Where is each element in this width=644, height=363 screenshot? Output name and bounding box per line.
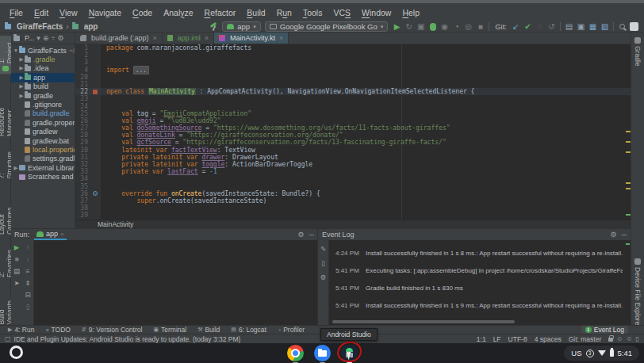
commit-icon[interactable]: ✔ — [523, 21, 533, 32]
log-settings-icon[interactable]: ⚙ — [320, 273, 327, 281]
files-app-icon[interactable] — [314, 345, 331, 361]
code-line[interactable]: 34 — [75, 175, 631, 182]
history-icon[interactable]: ◌ — [535, 21, 545, 32]
tree-chevron-icon[interactable]: ▶ — [18, 83, 25, 90]
minimize-icon[interactable]: ─ — [309, 231, 314, 239]
override-gutter-icon[interactable]: ↑ — [93, 191, 98, 196]
error-gutter-icon[interactable] — [93, 90, 98, 94]
menu-view[interactable]: View — [54, 6, 83, 19]
tree-item-settings-gradle[interactable]: settings.gradle — [11, 155, 75, 163]
menu-help[interactable]: Help — [397, 6, 425, 19]
rollback-icon[interactable]: ↺ — [546, 21, 557, 32]
tab-build-gradle-app-[interactable]: build.gradle (:app)× — [75, 32, 163, 44]
code-line[interactable]: 36↑ override fun onCreate(savedInstanceS… — [75, 190, 631, 197]
run-configuration-dropdown[interactable]: app ▾ — [222, 21, 260, 32]
tab-mainactivity-kt[interactable]: MainActivity.kt× — [214, 32, 289, 44]
menu-build[interactable]: Build — [241, 6, 270, 19]
update-project-icon[interactable]: ↙ — [511, 21, 521, 32]
rerun-icon[interactable]: ▶ — [14, 243, 20, 251]
code-line[interactable]: 35 — [75, 183, 631, 190]
gear-icon[interactable]: ⚙ — [611, 231, 617, 239]
run-tab-app[interactable]: app × — [34, 229, 67, 240]
gear-icon[interactable]: ⚙ — [57, 34, 63, 42]
apply-code-changes-icon[interactable]: ◉ — [439, 21, 450, 32]
up-stack-trace-icon[interactable]: ↑ — [26, 243, 29, 251]
code-line[interactable]: 21 — [75, 81, 631, 88]
code-line[interactable]: 23 — [75, 95, 631, 102]
code-line[interactable]: 24 — [75, 103, 631, 110]
menu-run[interactable]: Run — [271, 6, 297, 19]
code-line[interactable]: 31 private lateinit var drawer: DrawerLa… — [75, 154, 631, 161]
soft-wrap-icon[interactable]: ≡ — [26, 267, 30, 275]
window-icon[interactable]: ▢ — [5, 335, 11, 342]
code-line[interactable]: 37 super.onCreate(savedInstanceState) — [75, 197, 631, 204]
tree-item--gradle[interactable]: ▶.gradle — [11, 55, 75, 63]
tree-item-scratches-and-consoles[interactable]: Scratches and Consoles — [11, 172, 75, 181]
toolwindow-button-4-run[interactable]: ▶4: Run — [3, 326, 39, 334]
horizontal-scrollbar[interactable] — [332, 320, 515, 323]
lock-icon[interactable] — [608, 338, 613, 342]
indent-config[interactable]: 4 spaces — [535, 335, 562, 343]
tree-chevron-icon[interactable]: ▶ — [18, 56, 25, 63]
pin-tab-icon[interactable]: ➤ — [13, 279, 19, 287]
chevron-down-icon[interactable]: ▾ — [36, 34, 40, 42]
menu-vcs[interactable]: VCS — [328, 6, 356, 19]
menu-navigate[interactable]: Navigate — [83, 6, 127, 19]
wrap-log-icon[interactable]: ✎ — [320, 245, 326, 253]
toolwindow-button-todo[interactable]: ≡TODO — [40, 326, 75, 334]
toolwindow-button-build[interactable]: ⚒Build — [193, 326, 224, 334]
menu-code[interactable]: Code — [127, 6, 158, 19]
toolwindow-button-9-version-control[interactable]: ⇵9: Version Control — [77, 326, 147, 334]
stop-release-icon[interactable]: ▣ — [416, 21, 426, 32]
build-hammer-icon[interactable] — [209, 22, 218, 31]
restore-layout-icon[interactable]: ▤ — [13, 267, 20, 275]
code-area[interactable]: 1package com.naranjaconsal.giraffefacts2… — [75, 44, 631, 220]
print-icon[interactable]: ⊟ — [25, 291, 30, 299]
menu-tools[interactable]: Tools — [297, 6, 328, 19]
code-line[interactable]: 20 — [75, 74, 631, 81]
close-icon[interactable]: × — [60, 231, 64, 238]
clear-log-icon[interactable]: ▯ — [321, 259, 325, 267]
tree-item-external-libraries[interactable]: ▶External Libraries — [11, 163, 75, 172]
tree-chevron-icon[interactable]: ▼ — [13, 48, 19, 53]
breadcrumb-project[interactable]: GiraffeFacts — [17, 22, 63, 31]
git-branch[interactable]: Git: master — [569, 335, 602, 343]
code-line[interactable]: 29 val gcfSource = "https://giraffeconse… — [75, 139, 631, 146]
scroll-to-end-icon[interactable]: ⇟ — [25, 279, 30, 287]
tab-app-iml[interactable]: app.iml× — [163, 32, 214, 44]
close-icon[interactable]: × — [205, 34, 209, 42]
system-tray[interactable]: US 3 5:41 — [564, 346, 639, 361]
editor-breadcrumb[interactable]: MainActivity — [75, 220, 631, 228]
toolwindow-button-terminal[interactable]: ▣Terminal — [148, 326, 191, 334]
debug-icon[interactable] — [427, 21, 438, 32]
code-line[interactable]: 33 private var lastFact = -1 — [75, 168, 631, 175]
chrome-icon[interactable] — [287, 345, 304, 361]
tree-item-build-gradle[interactable]: build.gradle — [11, 109, 75, 118]
tree-item-local-properties[interactable]: local.properties — [11, 145, 75, 154]
tree-item-gradle-properties[interactable]: gradle.properties — [11, 118, 75, 127]
code-line[interactable]: 28 val donateLink = "https://giraffecons… — [75, 132, 631, 139]
run-icon[interactable]: ▶ — [392, 21, 402, 32]
tree-chevron-icon[interactable]: ▶ — [13, 165, 19, 171]
tree-item--gitignore[interactable]: .gitignore — [11, 100, 75, 109]
stop-icon[interactable]: ■ — [475, 21, 485, 32]
tree-item-app[interactable]: ▶app — [11, 73, 75, 82]
menu-edit[interactable]: Edit — [29, 6, 54, 19]
tree-chevron-icon[interactable]: ▶ — [18, 65, 25, 71]
locate-file-icon[interactable]: ⊕ — [43, 34, 49, 42]
code-line[interactable]: 25 val tag = "EmojiCompatApplication" — [75, 110, 631, 117]
device-manager-icon[interactable]: ▤ — [564, 21, 574, 32]
status-message[interactable]: IDE and Plugin Updates: Android Studio i… — [14, 335, 241, 343]
tree-chevron-icon[interactable]: ▶ — [18, 75, 25, 81]
caret-position[interactable]: 1:1 — [477, 335, 486, 343]
toolwindow-device-file-explorer[interactable]: Device File Explorer — [634, 258, 642, 327]
layout-inspector-icon[interactable]: ▣ — [576, 21, 586, 32]
clear-icon[interactable]: ▯ — [26, 303, 30, 311]
stop-icon[interactable]: ■ — [14, 255, 18, 263]
encoding[interactable]: UTF-8 — [508, 335, 527, 343]
code-line[interactable]: 30 lateinit var factTextView: TextView — [75, 147, 631, 154]
search-everywhere-icon[interactable] — [617, 21, 627, 32]
notifications-icon[interactable]: ▯ — [636, 335, 639, 342]
minimize-icon[interactable]: ─ — [622, 231, 627, 239]
code-line[interactable]: 1package com.naranjaconsal.giraffefacts — [75, 44, 631, 52]
